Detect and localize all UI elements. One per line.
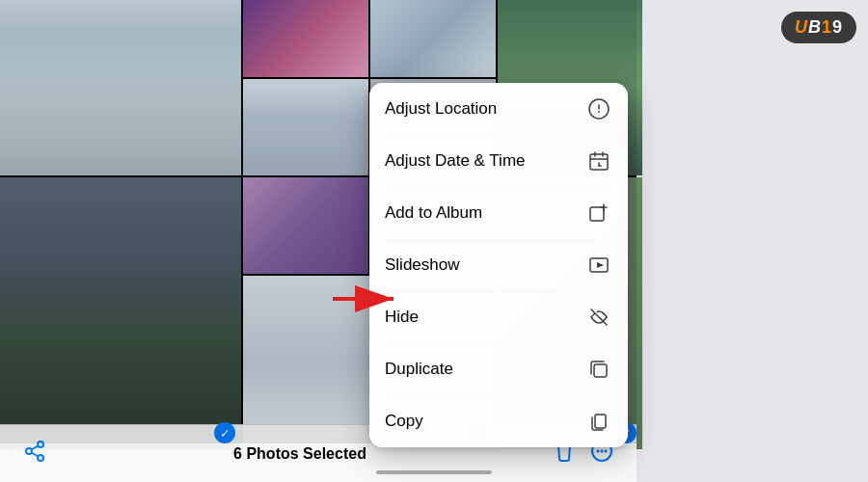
adjust-location-icon xyxy=(585,95,612,122)
share-button[interactable] xyxy=(23,440,46,469)
svg-rect-16 xyxy=(594,364,607,377)
svg-point-20 xyxy=(600,449,603,452)
menu-item-slideshow[interactable]: Slideshow xyxy=(369,239,628,291)
duplicate-icon xyxy=(585,356,612,383)
menu-item-add-to-album[interactable]: Add to Album xyxy=(369,187,628,239)
hide-icon xyxy=(585,304,612,331)
menu-item-adjust-date-time[interactable]: Adjust Date & Time xyxy=(369,135,628,187)
svg-point-19 xyxy=(596,449,599,452)
svg-rect-5 xyxy=(590,154,608,170)
slideshow-icon xyxy=(585,252,612,279)
context-menu: Adjust Location Adjust Date & Time Add t… xyxy=(369,83,628,447)
copy-icon xyxy=(585,408,612,435)
menu-item-duplicate[interactable]: Duplicate xyxy=(369,343,628,395)
menu-item-copy[interactable]: Copy xyxy=(369,395,628,447)
svg-point-4 xyxy=(598,111,600,113)
svg-point-21 xyxy=(604,449,607,452)
selection-title: 6 Photos Selected xyxy=(233,445,366,463)
red-arrow-indicator xyxy=(328,280,405,318)
watermark-logo: UB19 xyxy=(781,12,856,43)
svg-rect-11 xyxy=(590,207,604,221)
svg-marker-15 xyxy=(597,262,604,268)
menu-item-hide[interactable]: Hide xyxy=(369,291,628,343)
svg-rect-17 xyxy=(595,415,606,428)
home-indicator xyxy=(376,470,492,474)
adjust-date-time-icon xyxy=(585,147,612,174)
add-to-album-icon xyxy=(585,200,612,227)
menu-item-adjust-location[interactable]: Adjust Location xyxy=(369,83,628,135)
